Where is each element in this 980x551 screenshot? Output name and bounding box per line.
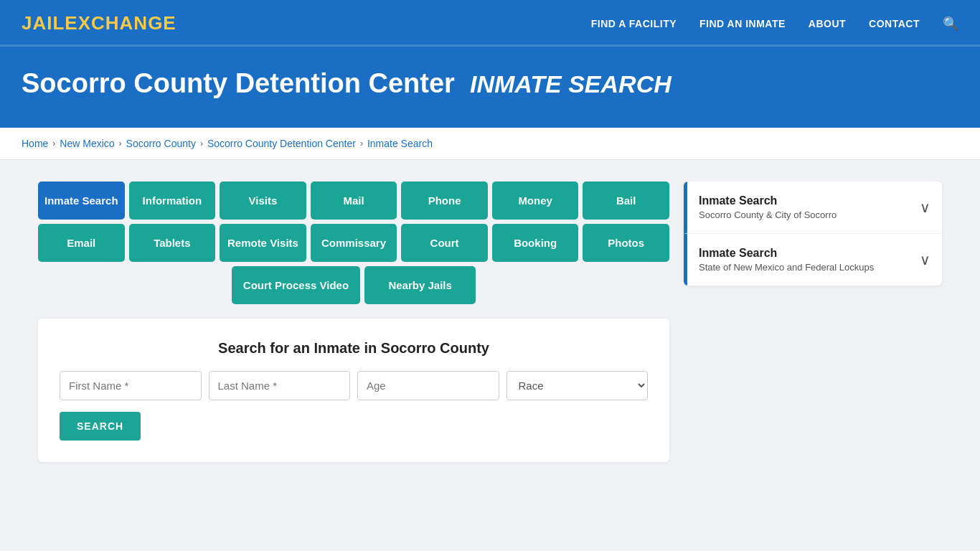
tab-inmate-search[interactable]: Inmate Search [38, 182, 125, 220]
sidebar-item-text-0: Inmate SearchSocorro County & City of So… [699, 194, 837, 220]
tab-court-process-video[interactable]: Court Process Video [232, 266, 360, 304]
sidebar-item-title-1: Inmate Search [699, 247, 874, 260]
chevron-down-icon-0: ∨ [920, 199, 930, 216]
last-name-input[interactable] [209, 371, 351, 400]
tab-booking[interactable]: Booking [492, 224, 579, 262]
breadcrumb-sep-0: › [52, 138, 55, 149]
race-select[interactable]: RaceWhiteBlackHispanicAsianOther [507, 371, 649, 400]
tab-row-2: EmailTabletsRemote VisitsCommissaryCourt… [38, 224, 669, 262]
page-title-italic: INMATE SEARCH [470, 70, 672, 98]
page-title-main: Socorro County Detention Center [22, 68, 455, 98]
nav-link-find-facility[interactable]: FIND A FACILITY [591, 18, 677, 29]
content-area: Inmate SearchInformationVisitsMailPhoneM… [38, 182, 669, 462]
tab-money[interactable]: Money [492, 182, 579, 220]
tab-nearby-jails[interactable]: Nearby Jails [364, 266, 476, 304]
chevron-down-icon-1: ∨ [920, 251, 930, 268]
main-content: Inmate SearchInformationVisitsMailPhoneM… [24, 160, 956, 484]
sidebar-item-title-0: Inmate Search [699, 194, 837, 207]
tab-phone[interactable]: Phone [401, 182, 488, 220]
logo-exchange: EXCHANGE [65, 12, 176, 34]
nav-link-about[interactable]: ABOUT [809, 18, 846, 29]
age-input[interactable] [357, 371, 499, 400]
navbar: JAILEXCHANGE FIND A FACILITYFIND AN INMA… [0, 0, 980, 47]
sidebar-item-0[interactable]: Inmate SearchSocorro County & City of So… [684, 182, 942, 234]
nav-link-contact[interactable]: CONTACT [869, 18, 920, 29]
search-card: Search for an Inmate in Socorro County R… [38, 319, 669, 462]
first-name-input[interactable] [60, 371, 202, 400]
sidebar-item-1[interactable]: Inmate SearchState of New Mexico and Fed… [684, 234, 942, 286]
page-title: Socorro County Detention Center INMATE S… [22, 68, 958, 99]
tab-remote-visits[interactable]: Remote Visits [220, 224, 306, 262]
search-icon[interactable]: 🔍 [943, 16, 958, 32]
nav-links: FIND A FACILITYFIND AN INMATEABOUTCONTAC… [591, 16, 958, 32]
tab-bail[interactable]: Bail [583, 182, 669, 220]
sidebar: Inmate SearchSocorro County & City of So… [684, 182, 942, 288]
logo[interactable]: JAILEXCHANGE [22, 12, 176, 34]
tab-tablets[interactable]: Tablets [129, 224, 216, 262]
breadcrumb-item-2[interactable]: Socorro County [126, 138, 196, 149]
hero-section: Socorro County Detention Center INMATE S… [0, 47, 980, 128]
sidebar-item-subtitle-0: Socorro County & City of Socorro [699, 209, 837, 220]
tab-row-1: Inmate SearchInformationVisitsMailPhoneM… [38, 182, 669, 220]
tab-court[interactable]: Court [401, 224, 488, 262]
breadcrumb-item-0[interactable]: Home [22, 138, 48, 149]
breadcrumb: Home›New Mexico›Socorro County›Socorro C… [0, 128, 980, 160]
search-button[interactable]: SEARCH [60, 412, 141, 441]
breadcrumb-sep-3: › [360, 138, 363, 149]
tab-photos[interactable]: Photos [583, 224, 669, 262]
breadcrumb-sep-2: › [200, 138, 203, 149]
sidebar-item-text-1: Inmate SearchState of New Mexico and Fed… [699, 247, 874, 273]
search-title: Search for an Inmate in Socorro County [60, 340, 648, 357]
logo-jail: JAIL [22, 12, 65, 34]
search-fields: RaceWhiteBlackHispanicAsianOther [60, 371, 648, 400]
sidebar-item-subtitle-1: State of New Mexico and Federal Lockups [699, 262, 874, 273]
tab-mail[interactable]: Mail [311, 182, 397, 220]
breadcrumb-item-4[interactable]: Inmate Search [367, 138, 433, 149]
breadcrumb-item-3[interactable]: Socorro County Detention Center [207, 138, 356, 149]
tab-row-3: Court Process VideoNearby Jails [38, 266, 669, 304]
breadcrumb-item-1[interactable]: New Mexico [60, 138, 114, 149]
tab-visits[interactable]: Visits [220, 182, 306, 220]
breadcrumb-sep-1: › [119, 138, 122, 149]
tab-email[interactable]: Email [38, 224, 125, 262]
tab-information[interactable]: Information [129, 182, 216, 220]
tab-commissary[interactable]: Commissary [311, 224, 397, 262]
sidebar-card: Inmate SearchSocorro County & City of So… [684, 182, 942, 286]
nav-link-find-inmate[interactable]: FIND AN INMATE [699, 18, 786, 29]
